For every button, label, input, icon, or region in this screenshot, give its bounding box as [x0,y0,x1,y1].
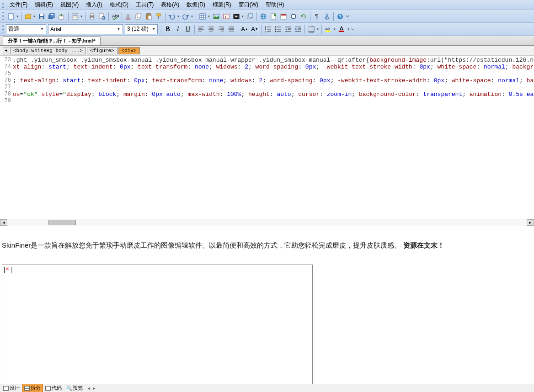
increase-font-button[interactable]: A▲ [240,24,250,34]
stop-button[interactable] [288,11,299,21]
code-editor[interactable]: 73.ght .yidun_smsbox .yidun_smsbox-manua… [0,56,534,219]
copy-button[interactable] [134,11,144,21]
paste-button[interactable] [144,11,154,21]
breadcrumb-figure-tag[interactable]: <figure> [87,47,117,54]
menu-insert[interactable]: 插入(I) [82,0,106,10]
save-all-button[interactable] [47,11,57,21]
paragraph-style-input[interactable] [8,26,39,32]
border-button[interactable]: ▼ [306,24,316,34]
code-text[interactable] [13,84,534,91]
code-text[interactable]: ; text-align: start; text-indent: 0px; t… [13,77,534,84]
toolbar-options-button[interactable] [351,24,355,34]
code-text[interactable]: xt-align: start; text-indent: 0px; text-… [13,64,534,70]
view-tab-design[interactable]: 设计 [1,384,22,392]
code-line[interactable]: 77 [0,84,534,91]
preview-paragraph[interactable]: SkinFiner是一款旨在解放您免于繁琐手动磨皮工作的图像编辑软件。以最简便和… [2,240,532,251]
media-button[interactable]: ▼ [231,11,241,21]
view-tab-preview[interactable]: 🔍预览 [64,384,85,392]
cut-button[interactable] [123,11,134,21]
menu-file[interactable]: 文件(F) [6,0,31,10]
underline-button[interactable]: U [183,24,193,34]
bulleted-list-button[interactable] [273,24,283,34]
decrease-indent-button[interactable] [283,24,293,34]
menu-window[interactable]: 窗口(W) [235,0,262,10]
open-button[interactable]: ▼ [23,11,33,21]
redo-button[interactable]: ▼ [181,11,191,21]
print-preview-button[interactable] [97,11,107,21]
align-left-button[interactable] [196,24,206,34]
dropdown-arrow-icon[interactable]: ▼ [39,27,45,31]
horizontal-scrollbar[interactable]: ◄ ► [0,219,534,226]
font-family-combo[interactable]: ▼ [48,24,123,34]
layer-button[interactable] [245,11,255,21]
view-tab-code[interactable]: 代码 [43,384,64,392]
preview-image-box[interactable] [2,265,313,389]
code-line[interactable]: 76; text-align: start; text-indent: 0px;… [0,77,534,84]
menu-help[interactable]: 帮助(H) [262,0,288,10]
menu-view[interactable]: 视图(V) [57,0,82,10]
publish-button[interactable] [57,11,67,21]
breadcrumb-prev-button[interactable]: ◄ [3,47,9,54]
breadcrumb-body-tag[interactable]: <body.WhiteBg-body ...> [10,47,86,54]
format-painter-button[interactable] [154,11,164,21]
anchor-button[interactable] [322,11,332,21]
menu-edit[interactable]: 编辑(E) [31,0,57,10]
image-button[interactable] [211,11,221,21]
menu-table[interactable]: 表格(A) [157,0,183,10]
scrollbar-thumb[interactable] [48,220,76,225]
help-button[interactable]: ? [335,11,345,21]
print-button[interactable] [87,11,97,21]
toolbar-grip[interactable] [2,2,4,8]
highlight-color-button[interactable]: ab▼ [323,24,333,34]
bookmark-button[interactable] [268,11,278,21]
view-tab-split[interactable]: 拆分 [22,384,43,392]
increase-indent-button[interactable] [293,24,303,34]
template-button[interactable]: ▼ [70,11,80,21]
refresh-button[interactable] [299,11,309,21]
code-text[interactable]: .ght .yidun_smsbox .yidun_smsbox-manual … [13,57,534,64]
toolbar-options-button[interactable] [345,11,350,21]
code-line[interactable]: 73.ght .yidun_smsbox .yidun_smsbox-manua… [0,57,534,64]
undo-button[interactable]: ▼ [167,11,177,21]
dropdown-arrow-icon[interactable]: ▼ [151,27,156,31]
italic-button[interactable]: I [173,24,183,34]
tab-scroll-indicator[interactable]: ◄ ► [87,386,96,391]
new-button[interactable]: ▼ [6,11,16,21]
align-center-button[interactable] [206,24,216,34]
table-button[interactable]: ▼ [198,11,208,21]
code-line[interactable]: 75 [0,70,534,77]
scrollbar-track[interactable] [7,219,527,226]
font-size-input[interactable] [127,26,151,32]
font-family-input[interactable] [50,26,116,32]
font-size-combo[interactable]: ▼ [125,24,158,34]
align-right-button[interactable] [216,24,226,34]
bold-button[interactable]: B [163,24,173,34]
date-button[interactable] [278,11,288,21]
spellcheck-button[interactable]: ABC [110,11,120,21]
code-line[interactable]: 79 [0,98,534,105]
dropdown-arrow-icon[interactable]: ▼ [116,27,122,31]
scroll-left-button[interactable]: ◄ [0,219,7,226]
code-text[interactable] [13,98,534,105]
toolbar-grip[interactable] [2,25,4,33]
numbered-list-button[interactable]: 123 [263,24,273,34]
save-button[interactable] [37,11,47,21]
menu-tools[interactable]: 工具(T) [132,0,157,10]
code-text[interactable]: us="ok" style="display: block; margin: 0… [13,91,534,98]
font-color-button[interactable]: A▼ [337,24,347,34]
code-text[interactable] [13,70,534,77]
show-marks-button[interactable]: ¶ [312,11,322,21]
code-line[interactable]: 74xt-align: start; text-indent: 0px; tex… [0,64,534,70]
menu-data[interactable]: 数据(D) [183,0,209,10]
scroll-right-button[interactable]: ► [527,219,534,226]
hyperlink-button[interactable] [258,11,268,21]
toolbar-grip[interactable] [2,12,4,21]
paragraph-style-combo[interactable]: ▼ [6,24,46,34]
decrease-font-button[interactable]: A▼ [250,24,260,34]
align-justify-button[interactable] [226,24,236,34]
menu-frame[interactable]: 框架(R) [209,0,235,10]
breadcrumb-div-tag[interactable]: <div> [118,47,140,54]
menu-format[interactable]: 格式(O) [106,0,132,10]
flash-button[interactable]: f [221,11,231,21]
code-line[interactable]: 78us="ok" style="display: block; margin:… [0,91,534,98]
